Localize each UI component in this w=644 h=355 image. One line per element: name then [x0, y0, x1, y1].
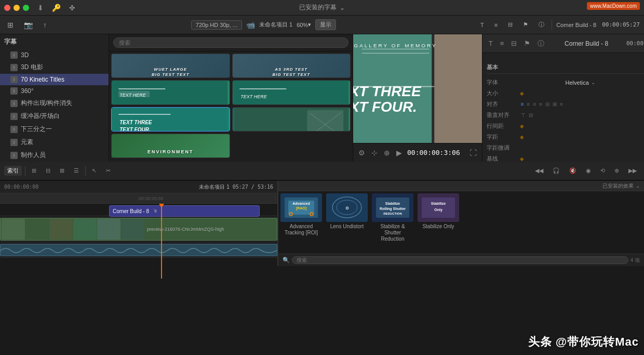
clip-view-btn[interactable]: ⊞ — [29, 166, 39, 175]
grid-item-cornerimg[interactable]: Corner Build Image — [232, 107, 351, 132]
solo-btn[interactable]: ◉ — [583, 166, 594, 175]
svg-rect-5 — [239, 88, 286, 89]
minimize-button[interactable] — [14, 5, 20, 11]
paragraph-btn[interactable]: ⊟ — [509, 38, 519, 48]
list-view-btn[interactable]: ☰ — [71, 166, 82, 175]
app-icon-btn[interactable]: ⊞ — [4, 20, 17, 30]
preview-transform-btn[interactable]: ⊹ — [370, 148, 379, 158]
sidebar-item-kinetic[interactable]: I 70 Kinetic Titles — [0, 74, 109, 85]
corner-graphic — [233, 108, 351, 132]
preview-crop-btn[interactable]: ⊕ — [383, 148, 391, 158]
svg-text:TEXT THREE: TEXT THREE — [119, 120, 152, 125]
zoom-button[interactable]: 60% ▾ — [297, 21, 311, 28]
flag-btn[interactable]: ⚑ — [520, 20, 531, 29]
sidebar-item-component[interactable]: I 构件出现/构件消失 — [0, 97, 109, 110]
snap-btn[interactable]: ⊕ — [611, 166, 622, 175]
effect-lens[interactable]: ⊙ Lens Undistort — [326, 193, 368, 242]
info2-btn[interactable]: ⓘ — [535, 38, 546, 49]
svg-text:TEXT HERE: TEXT HERE — [240, 94, 267, 99]
sidebar-item-label: 下三分之一 — [21, 125, 52, 134]
grid-item-env[interactable]: ENVIRONMENT ... — [111, 134, 230, 158]
arrow-tool-btn[interactable]: ↖ — [89, 166, 100, 175]
sidebar-item-label: 缓冲器/开场白 — [21, 112, 60, 121]
svg-text:TEXT FOUR.: TEXT FOUR. — [353, 99, 417, 115]
sidebar-item-3dmovie[interactable]: I 3D 电影 — [0, 61, 109, 74]
align-left-btn[interactable]: ≡ — [520, 101, 525, 108]
effect-thumb-graphic: Stabilize Rolling Shutter REDUCTION — [372, 193, 413, 222]
camera-btn[interactable]: 📷 — [21, 20, 36, 30]
sidebar-item-elements[interactable]: I 元素 — [0, 136, 109, 149]
grid-item-buildings7[interactable]: WUET LARGEBIG TEST TEXT Buildings - 7 — [111, 54, 230, 78]
align-justify-btn[interactable]: ≡ — [538, 101, 543, 108]
sidebar-item-360[interactable]: I 360° — [0, 85, 109, 97]
sidebar-item-3d[interactable]: I 3D — [0, 49, 109, 61]
line-spacing-label: 行间距 — [487, 122, 518, 130]
close-button[interactable] — [4, 5, 10, 11]
corner-build-clip[interactable]: Corner Build - 8 🖱 — [109, 205, 260, 217]
text-style-btn[interactable]: T — [487, 38, 495, 48]
sidebar-item-buffer[interactable]: I 缓冲器/开场白 — [0, 110, 109, 123]
audio-view-btn[interactable]: ⊠ — [57, 166, 68, 175]
valign-mid-btn[interactable]: ⊟ — [528, 112, 534, 119]
key-icon[interactable]: 🔑 — [52, 4, 61, 12]
mute-btn[interactable]: 🔇 — [566, 166, 580, 175]
play-button[interactable]: ▶ — [395, 148, 403, 158]
video-clip[interactable]: preview-216076-CNrJmMmZQS-high — [0, 218, 277, 241]
tracking-label: 字距微调 — [487, 144, 518, 152]
back-btn[interactable]: ◀◀ — [532, 166, 546, 175]
effect-stabilize[interactable]: Stabilize Rolling Shutter REDUCTION Stab… — [372, 193, 413, 242]
toolbar-right: T ≡ ⊟ ⚑ ⓘ Corner Build - 8 00:00:05:27 — [477, 20, 640, 30]
align-right-btn[interactable]: ≡ — [532, 101, 537, 108]
align-natural-btn[interactable]: ⊞ — [552, 101, 558, 108]
dropdown-arrow[interactable]: ⌄ — [340, 4, 345, 11]
sidebar-item-credits[interactable]: I 制作人员 — [0, 149, 109, 162]
lines-btn[interactable]: ⊟ — [505, 20, 516, 29]
preview-settings-btn[interactable]: ⚙ — [357, 148, 366, 158]
fullscreen-button[interactable] — [23, 5, 29, 11]
valign-top-btn[interactable]: ⊤ — [520, 112, 527, 119]
align-rtl-btn[interactable]: ≡ — [559, 101, 564, 108]
grid-item-buildings11[interactable]: AS 3RD TESTBIG TEST TEXT Buildings - 11 — [232, 54, 351, 78]
titlebar: ⬇ 🔑 ✤ 已安装的字幕 ⌄ www.MacDown.com — [0, 0, 644, 16]
flag2-btn[interactable]: ⚑ — [522, 38, 532, 48]
download-icon[interactable]: ⬇ — [37, 4, 44, 12]
effects-search-input[interactable] — [292, 256, 628, 264]
headphone-btn[interactable]: 🎧 — [549, 166, 563, 175]
svg-rect-18 — [362, 49, 429, 49]
font-label: 字体 — [487, 78, 518, 86]
thumb-6 — [121, 219, 144, 240]
loop-btn[interactable]: ⟲ — [597, 166, 608, 175]
list-btn[interactable]: ≡ — [491, 21, 501, 29]
traffic-lights[interactable] — [4, 5, 29, 11]
display-button[interactable]: 显示 — [315, 19, 336, 30]
installed-titles-label: 已安装的字幕 — [299, 3, 337, 12]
share2-btn[interactable]: ↑ — [40, 20, 50, 30]
audio-clip[interactable] — [0, 244, 277, 256]
resolution-button[interactable]: 720p HD 30p, ... — [191, 20, 242, 30]
effect-tracking[interactable]: Advanced [RAO] AdvancedTracking [ROI] — [280, 193, 322, 242]
svg-text:TEXT HERE: TEXT HERE — [119, 93, 146, 98]
baseline-value: 0 — [600, 156, 644, 162]
forward-btn[interactable]: ▶▶ — [625, 166, 640, 175]
sidebar-item-label: 元素 — [21, 138, 33, 147]
svg-rect-4 — [234, 81, 348, 104]
playhead[interactable] — [161, 204, 162, 279]
share-icon[interactable]: ✤ — [69, 4, 75, 12]
sidebar-item-label: 制作人员 — [21, 151, 46, 160]
film-view-btn[interactable]: ⊟ — [43, 166, 53, 175]
grid-item-corner6[interactable]: TEXT HERE Corner Build - 6 — [232, 80, 351, 104]
text-format-btn[interactable]: T — [477, 21, 487, 29]
align-center-btn[interactable]: ≡ — [526, 101, 531, 108]
grid-item-corner4[interactable]: TEXT HERE Corner Build - 4 — [111, 80, 230, 104]
format-btn[interactable]: ≡ — [498, 38, 506, 48]
project-name: 未命名项目 1 — [259, 21, 292, 29]
search-input[interactable] — [113, 37, 348, 48]
fullscreen-btn[interactable]: ⛶ — [468, 148, 478, 158]
blade-tool-btn[interactable]: ✂ — [103, 166, 114, 175]
index-btn[interactable]: 索引 — [4, 166, 22, 176]
align-full-btn[interactable]: ⊟ — [544, 101, 551, 108]
info-btn[interactable]: ⓘ — [535, 20, 547, 30]
grid-item-corner8[interactable]: TEXT THREE TEXT FOUR. Corner Build - 8 — [111, 107, 230, 132]
effect-stabilize-only[interactable]: Stabilize Only Stabilize Only — [418, 193, 459, 242]
sidebar-item-lower[interactable]: I 下三分之一 — [0, 123, 109, 136]
